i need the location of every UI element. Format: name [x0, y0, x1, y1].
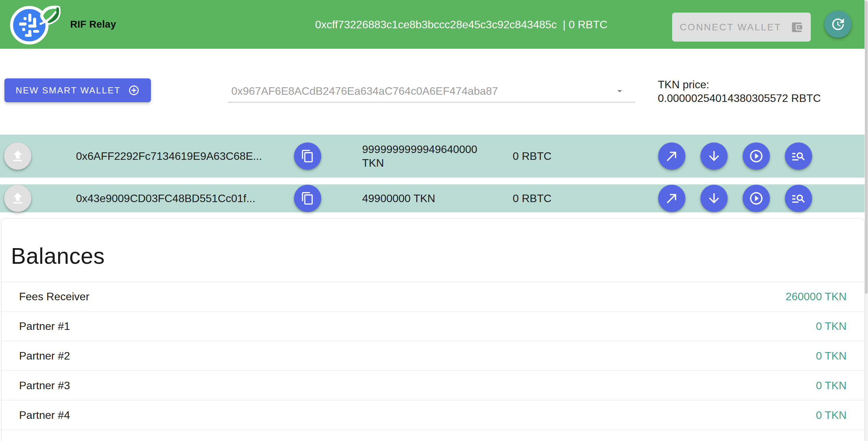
transfer-button[interactable] — [658, 185, 685, 212]
manage-search-icon — [791, 149, 806, 164]
upload-icon — [10, 191, 25, 206]
token-price-value: 0.00000254014380305572 RBTC — [658, 91, 821, 105]
copy-icon — [301, 192, 314, 205]
smart-wallet-row: 0x6AFF2292Fc7134619E9A63C68E... 99999999… — [0, 135, 868, 178]
receive-button[interactable] — [700, 142, 728, 170]
arrow-up-right-icon — [664, 191, 679, 206]
app-header: RIF Relay 0xcff73226883c1ce8b3bccc28e45c… — [0, 0, 868, 49]
new-smart-wallet-button[interactable]: NEW SMART WALLET — [4, 78, 151, 102]
balance-value: 260000 TKN — [786, 290, 847, 303]
balance-row-partner-2: Partner #2 0 TKN — [1, 341, 864, 371]
copy-address-button[interactable] — [294, 142, 321, 170]
balances-title: Balances — [1, 218, 864, 269]
wallet-token-balance: 49900000 TKN — [362, 192, 498, 205]
smart-wallet-row: 0x43e9009CD03FC48BD551Cc01f... 49900000 … — [0, 184, 868, 212]
balances-card: Balances Fees Receiver 260000 TKN Partne… — [1, 218, 865, 441]
balance-label: Partner #1 — [19, 320, 70, 333]
balance-value: 0 TKN — [816, 320, 847, 333]
transfer-button[interactable] — [658, 142, 685, 170]
balance-row-partner-3: Partner #3 0 TKN — [1, 371, 864, 400]
connect-wallet-label: CONNECT WALLET — [680, 22, 781, 33]
execute-button[interactable] — [743, 142, 770, 170]
scrollbar-thumb[interactable] — [865, 1, 868, 294]
balance-label: Partner #3 — [19, 379, 70, 392]
update-clock-icon — [830, 16, 846, 32]
balance-row-fees-receiver: Fees Receiver 260000 TKN — [1, 282, 864, 311]
new-smart-wallet-label: NEW SMART WALLET — [16, 85, 121, 96]
arrow-down-icon — [707, 191, 722, 206]
wallet-icon — [790, 21, 803, 34]
wallet-toolbar: NEW SMART WALLET 0x967AF6E8ACdB2476Ea634… — [0, 49, 868, 135]
inspect-button[interactable] — [785, 185, 812, 212]
balance-row-partner-4: Partner #4 0 TKN — [1, 400, 864, 430]
copy-icon — [301, 149, 314, 163]
copy-address-button[interactable] — [294, 185, 321, 212]
add-circle-icon — [128, 85, 140, 96]
arrow-down-icon — [707, 149, 722, 164]
rif-relay-page: RIF Relay 0xcff73226883c1ce8b3bccc28e45c… — [0, 0, 868, 441]
balance-label: Fees Receiver — [19, 290, 89, 303]
balance-label: Partner #4 — [19, 409, 70, 422]
scrollbar-track — [865, 0, 868, 441]
balance-value: 0 TKN — [816, 409, 847, 422]
wallet-address: 0x6AFF2292Fc7134619E9A63C68E... — [76, 150, 293, 163]
wallet-actions — [658, 185, 812, 212]
execute-button[interactable] — [743, 185, 770, 212]
balance-value: 0 TKN — [816, 350, 847, 362]
connect-wallet-button[interactable]: CONNECT WALLET — [672, 13, 811, 42]
smart-wallet-select-value: 0x967AF6E8ACdB2476Ea634aC764c0A6EF474aba… — [231, 85, 614, 97]
balance-label: Partner #2 — [19, 350, 70, 362]
refresh-button[interactable] — [824, 11, 852, 38]
upload-icon — [10, 149, 25, 164]
caret-down-icon — [614, 85, 625, 97]
token-price: TKN price: 0.00000254014380305572 RBTC — [658, 78, 821, 105]
receive-button[interactable] — [700, 185, 728, 212]
deploy-wallet-button[interactable] — [4, 185, 31, 212]
inspect-button[interactable] — [785, 142, 812, 170]
wallet-address: 0x43e9009CD03FC48BD551Cc01f... — [76, 192, 293, 205]
play-circle-icon — [749, 149, 764, 164]
token-price-label: TKN price: — [658, 78, 821, 91]
deploy-wallet-button[interactable] — [4, 142, 31, 170]
balances-list: Fees Receiver 260000 TKN Partner #1 0 TK… — [1, 282, 864, 430]
arrow-up-right-icon — [664, 149, 679, 164]
wallet-rbtc-balance: 0 RBTC — [513, 192, 552, 205]
manage-search-icon — [791, 191, 806, 206]
balance-value: 0 TKN — [816, 379, 847, 392]
play-circle-icon — [749, 191, 764, 206]
smart-wallet-select[interactable]: 0x967AF6E8ACdB2476Ea634aC764c0A6EF474aba… — [229, 80, 635, 103]
wallet-actions — [658, 142, 812, 170]
wallet-token-balance: 9999999999949640000 TKN — [362, 142, 498, 170]
balance-row-partner-1: Partner #1 0 TKN — [1, 311, 864, 341]
wallet-rbtc-balance: 0 RBTC — [513, 150, 552, 163]
